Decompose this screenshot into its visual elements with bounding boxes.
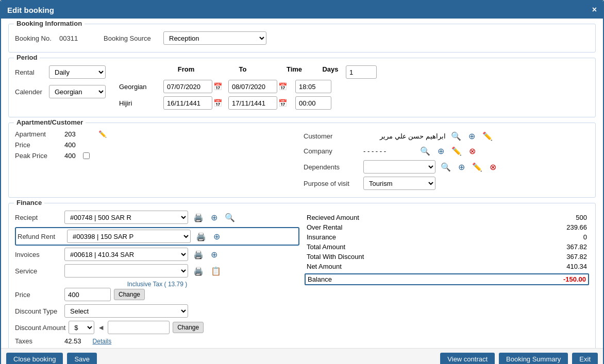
receipt-add-icon[interactable]: ⊕ (209, 212, 220, 223)
invoices-add-icon[interactable]: ⊕ (209, 249, 220, 261)
to-hijiri-cal-icon[interactable]: 📅 (278, 99, 287, 107)
customer-search-icon[interactable]: 🔍 (449, 130, 463, 142)
service-label: Service (15, 267, 61, 275)
close-booking-button[interactable]: Close booking (6, 353, 63, 364)
time-label: Time (274, 65, 315, 79)
insurance-value: 0 (583, 233, 587, 241)
finance-right: Recieved Amount 500 Over Rental 239.66 I… (305, 211, 589, 348)
apartment-value: 203 (64, 130, 95, 138)
calendar-label: Calender (15, 88, 46, 96)
customer-value: ابراهيم حسن علي مرير (363, 132, 446, 140)
total-with-discount-value: 367.82 (566, 253, 587, 261)
details-link[interactable]: Details (93, 338, 112, 345)
insurance-row: Insurance 0 (305, 232, 589, 242)
booking-info-row: Booking No. 00311 Booking Source Recepti… (15, 31, 589, 45)
price-finance-label: Price (15, 291, 61, 299)
total-amount-row: Total Amount 367.82 (305, 242, 589, 252)
receipt-select[interactable]: #00748 | 500 SAR R (64, 211, 188, 224)
over-rental-row: Over Rental 239.66 (305, 222, 589, 232)
received-amount-label: Recieved Amount (307, 214, 359, 221)
invoices-print-icon[interactable]: 🖨️ (191, 249, 206, 261)
view-contract-button[interactable]: View contract (440, 353, 495, 364)
purpose-select[interactable]: TourismBusinessMedicalOther (363, 177, 435, 190)
booking-summary-button[interactable]: Booking Summary (499, 353, 568, 364)
finance-left: Reciept #00748 | 500 SAR R 🖨️ ⊕ 🔍 Refund… (15, 211, 299, 348)
dependents-search-icon[interactable]: 🔍 (439, 161, 453, 173)
customer-add-icon[interactable]: ⊕ (466, 130, 477, 142)
footer-left: Close booking Save (6, 353, 97, 364)
purpose-label: Purpose of visit (304, 180, 360, 187)
company-edit-icon[interactable]: ✏️ (449, 145, 464, 157)
receipt-print-icon[interactable]: 🖨️ (191, 212, 206, 223)
dependents-add-icon[interactable]: ⊕ (456, 161, 467, 173)
exit-button[interactable]: Exit (572, 353, 598, 364)
time-input[interactable] (295, 80, 331, 93)
time-input2[interactable] (295, 96, 331, 110)
days-label: Days (320, 65, 341, 79)
total-with-discount-label: Total With Discount (307, 253, 364, 261)
refund-rent-label: Refund Rent (18, 233, 64, 240)
invoices-select[interactable]: #00618 | 410.34 SAR (64, 248, 188, 261)
receipt-label: Reciept (15, 214, 61, 221)
refund-rent-print-icon[interactable]: 🖨️ (194, 231, 208, 242)
discount-change-button[interactable]: Change (173, 322, 204, 333)
company-add-icon[interactable]: ⊕ (435, 145, 446, 157)
peak-price-label: Peak Price (15, 152, 61, 160)
rental-select[interactable]: DailyMonthlyWeekly (49, 65, 106, 79)
booking-no-value: 00311 (59, 34, 100, 42)
from-georgian-cal-icon[interactable]: 📅 (213, 82, 222, 91)
invoices-label: Invoices (15, 251, 61, 258)
from-hijiri-cal-icon[interactable]: 📅 (213, 99, 222, 107)
over-rental-label: Over Rental (307, 223, 342, 231)
from-georgian-input[interactable] (163, 80, 212, 93)
period-section: Period Rental DailyMonthlyWeekly Calende… (8, 58, 596, 117)
received-amount-row: Recieved Amount 500 (305, 213, 589, 222)
close-icon[interactable]: × (592, 5, 597, 14)
discount-currency-select[interactable]: $SAR% (69, 321, 94, 334)
taxes-value: 42.53 (64, 337, 81, 345)
company-clear-icon[interactable]: ⊗ (467, 145, 478, 157)
calendar-select[interactable]: GeorgianHijiri (49, 85, 106, 98)
dependents-select[interactable] (363, 160, 435, 174)
booking-source-select[interactable]: Reception Online Phone Walk-in (163, 31, 266, 45)
customer-edit-icon[interactable]: ✏️ (480, 130, 495, 142)
balance-value: -150.00 (563, 275, 586, 283)
dependents-clear-icon[interactable]: ⊗ (488, 161, 498, 173)
company-value: - - - - - - (363, 147, 415, 155)
company-label: Company (304, 147, 360, 155)
company-search-icon[interactable]: 🔍 (418, 145, 432, 157)
apt-right: Customer ابراهيم حسن علي مرير 🔍 ⊕ ✏️ Com… (304, 130, 589, 193)
booking-source-label: Booking Source (104, 34, 160, 42)
balance-row: Balance -150.00 (305, 273, 589, 285)
taxes-label: Taxes (15, 337, 61, 345)
over-rental-value: 239.66 (566, 223, 587, 231)
booking-info-section: Booking Information Booking No. 00311 Bo… (8, 24, 596, 53)
to-georgian-input[interactable] (228, 80, 277, 93)
discount-arrow-icon[interactable]: ◄ (97, 323, 105, 332)
discount-type-label: Discount Type (15, 307, 61, 315)
to-georgian-cal-icon[interactable]: 📅 (278, 82, 287, 91)
service-print-icon[interactable]: 🖨️ (191, 265, 206, 277)
receipt-search-icon[interactable]: 🔍 (223, 212, 237, 223)
discount-type-select[interactable]: SelectPercentageFixed (64, 304, 188, 318)
peak-price-checkbox[interactable] (83, 152, 90, 159)
to-hijiri-input[interactable] (228, 96, 277, 110)
service-select[interactable] (64, 264, 188, 278)
refund-rent-add-icon[interactable]: ⊕ (211, 231, 222, 242)
apartment-edit-icon[interactable]: ✏️ (98, 130, 107, 138)
booking-no-label: Booking No. (15, 34, 56, 42)
discount-amount-input[interactable] (108, 321, 170, 334)
net-amount-label: Net Amount (307, 263, 342, 270)
apt-customer-title: Apartment/Customer (14, 118, 86, 126)
net-amount-row: Net Amount 410.34 (305, 262, 589, 271)
price-finance-input[interactable] (64, 288, 111, 301)
from-hijiri-input[interactable] (163, 96, 212, 110)
days-input[interactable] (346, 65, 377, 79)
hijiri-label: Hijiri (119, 99, 160, 107)
refund-rent-select[interactable]: #00398 | 150 SAR P (67, 230, 191, 243)
save-button[interactable]: Save (67, 353, 97, 364)
price-change-button[interactable]: Change (114, 289, 145, 300)
footer: Close booking Save View contract Booking… (1, 348, 603, 364)
service-detail-icon[interactable]: 📋 (209, 265, 223, 277)
dependents-edit-icon[interactable]: ✏️ (470, 161, 484, 173)
